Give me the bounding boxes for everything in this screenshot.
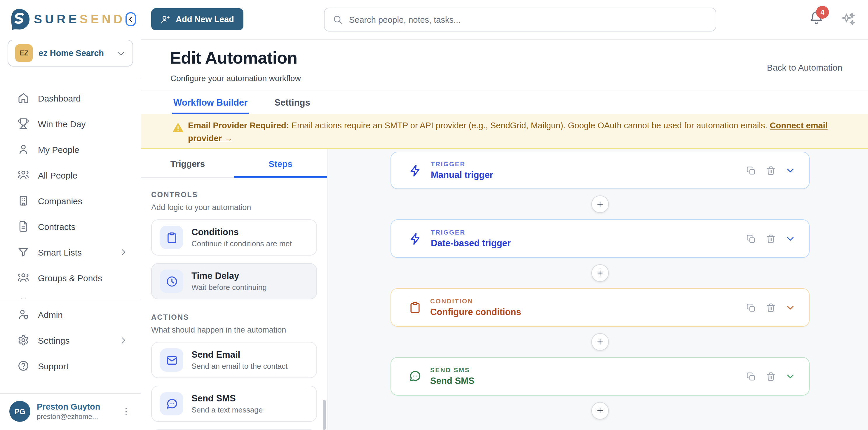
main-content: Add New Lead 4 Edit — [141, 0, 868, 430]
panel-tabs: Triggers Steps — [141, 150, 327, 178]
duplicate-step-button[interactable] — [746, 302, 756, 312]
kebab-menu-icon[interactable] — [121, 406, 131, 417]
ai-assistant-button[interactable] — [841, 11, 856, 27]
message-icon — [409, 370, 422, 383]
add-step-button[interactable] — [591, 264, 609, 282]
user-email: preston@ezhome... — [37, 412, 100, 421]
page-subtitle: Configure your automation workflow — [170, 73, 301, 83]
workflow-step-manual-trigger[interactable]: TRIGGER Manual trigger — [391, 152, 810, 189]
message-icon — [160, 392, 183, 416]
sidebar-item-groups-ponds[interactable]: Groups & Ponds — [0, 265, 141, 291]
conditions-card[interactable]: Conditions Continue if conditions are me… — [151, 219, 317, 256]
actions-heading: ACTIONS — [151, 313, 317, 322]
banner-body: Email actions require an SMTP or API pro… — [289, 121, 770, 130]
workflow-step-send-sms[interactable]: SEND SMS Send SMS — [391, 357, 810, 396]
duplicate-step-button[interactable] — [746, 165, 756, 175]
delete-step-button[interactable] — [766, 165, 776, 175]
funnel-icon — [18, 246, 29, 258]
file-text-icon — [18, 221, 29, 232]
notifications-button[interactable]: 4 — [809, 10, 827, 28]
sidebar-item-support[interactable]: Support — [0, 353, 141, 379]
suresend-logo-icon — [8, 8, 30, 30]
workflow-canvas: TRIGGER Manual trigger — [328, 150, 868, 430]
page-tabs: Workflow Builder Settings — [141, 91, 868, 114]
sidebar-item-my-people[interactable]: My People — [0, 136, 141, 162]
chevron-down-icon — [117, 49, 125, 58]
email-provider-warning-banner: Email Provider Required: Email actions r… — [141, 114, 868, 150]
sidebar-secondary-nav: Admin Settings Support — [0, 299, 141, 379]
mail-icon — [160, 348, 183, 372]
expand-step-button[interactable] — [786, 234, 795, 243]
app-window: SURESEND EZ ez Home Search Dashboard Win… — [0, 0, 868, 430]
building-icon — [18, 195, 29, 206]
tab-triggers[interactable]: Triggers — [141, 150, 234, 177]
page-header: Edit Automation Configure your automatio… — [141, 40, 868, 91]
duplicate-step-button[interactable] — [746, 234, 756, 243]
search-input[interactable] — [349, 15, 708, 24]
sidebar-item-calendar[interactable]: Calendar — [0, 291, 141, 299]
sidebar-item-contracts[interactable]: Contracts — [0, 213, 141, 239]
help-circle-icon — [18, 360, 29, 372]
home-icon — [18, 92, 29, 104]
add-step-button[interactable] — [591, 195, 609, 213]
connect-email-provider-link[interactable]: provider → — [188, 134, 232, 143]
send-sms-card[interactable]: Send SMS Send a text message — [151, 386, 317, 422]
tab-steps[interactable]: Steps — [234, 150, 327, 177]
search-icon — [333, 14, 343, 25]
sidebar-item-settings[interactable]: Settings — [0, 327, 141, 353]
gear-icon — [18, 334, 29, 346]
workspace-selector[interactable]: EZ ez Home Search — [8, 40, 133, 67]
user-shield-icon — [18, 309, 29, 320]
expand-step-button[interactable] — [786, 372, 795, 381]
global-search — [324, 8, 716, 32]
chevron-right-icon — [119, 336, 128, 344]
delete-step-button[interactable] — [766, 234, 776, 243]
user-icon — [18, 143, 29, 155]
sidebar-item-smart-lists[interactable]: Smart Lists — [0, 239, 141, 265]
steps-panel: Triggers Steps CONTROLS Add logic to you… — [141, 150, 328, 430]
controls-description: Add logic to your automation — [151, 203, 317, 212]
controls-heading: CONTROLS — [151, 191, 317, 199]
top-bar: Add New Lead 4 — [141, 0, 868, 40]
expand-step-button[interactable] — [786, 303, 795, 312]
workspace-name: ez Home Search — [38, 48, 104, 58]
sidebar-collapse-button[interactable] — [125, 12, 136, 26]
clipboard-icon — [409, 301, 422, 314]
user-plus-icon — [160, 14, 176, 24]
user-profile[interactable]: PG Preston Guyton preston@ezhome... — [0, 393, 141, 430]
workflow-step-condition[interactable]: CONDITION Configure conditions — [391, 288, 810, 327]
workflow-builder-area: Triggers Steps CONTROLS Add logic to you… — [141, 150, 868, 430]
tab-workflow-builder[interactable]: Workflow Builder — [172, 91, 249, 114]
expand-step-button[interactable] — [786, 166, 795, 175]
tab-settings[interactable]: Settings — [273, 91, 311, 114]
logo-row: SURESEND — [0, 0, 141, 32]
users-icon — [18, 272, 29, 284]
add-step-button[interactable] — [591, 333, 609, 351]
sidebar-item-companies[interactable]: Companies — [0, 188, 141, 213]
sidebar-item-win-the-day[interactable]: Win the Day — [0, 111, 141, 136]
sidebar: SURESEND EZ ez Home Search Dashboard Win… — [0, 0, 141, 430]
duplicate-step-button[interactable] — [746, 371, 756, 381]
sparkles-icon — [841, 11, 856, 27]
actions-description: What should happen in the automation — [151, 326, 317, 334]
sidebar-item-dashboard[interactable]: Dashboard — [0, 85, 141, 111]
add-step-button[interactable] — [591, 402, 609, 420]
send-email-card[interactable]: Send Email Send an email to the contact — [151, 342, 317, 378]
back-to-automation-link[interactable]: Back to Automation — [767, 62, 843, 72]
sidebar-item-all-people[interactable]: All People — [0, 162, 141, 188]
notification-badge: 4 — [816, 6, 829, 19]
delete-step-button[interactable] — [766, 302, 776, 312]
time-delay-card[interactable]: Time Delay Wait before continuing — [151, 263, 317, 299]
add-new-lead-button[interactable]: Add New Lead — [151, 8, 243, 30]
users-icon — [18, 169, 29, 181]
chevron-right-icon — [119, 248, 128, 257]
panel-scrollbar[interactable] — [323, 400, 326, 430]
sidebar-item-admin[interactable]: Admin — [0, 302, 141, 327]
workflow-step-date-trigger[interactable]: TRIGGER Date-based trigger — [391, 219, 810, 258]
delete-step-button[interactable] — [766, 371, 776, 381]
connect-email-provider-link[interactable]: Connect email — [770, 121, 828, 130]
lightning-bolt-icon — [409, 232, 422, 245]
clipboard-icon — [160, 226, 183, 249]
chevron-left-icon — [126, 15, 134, 23]
banner-title: Email Provider Required: — [188, 121, 289, 130]
